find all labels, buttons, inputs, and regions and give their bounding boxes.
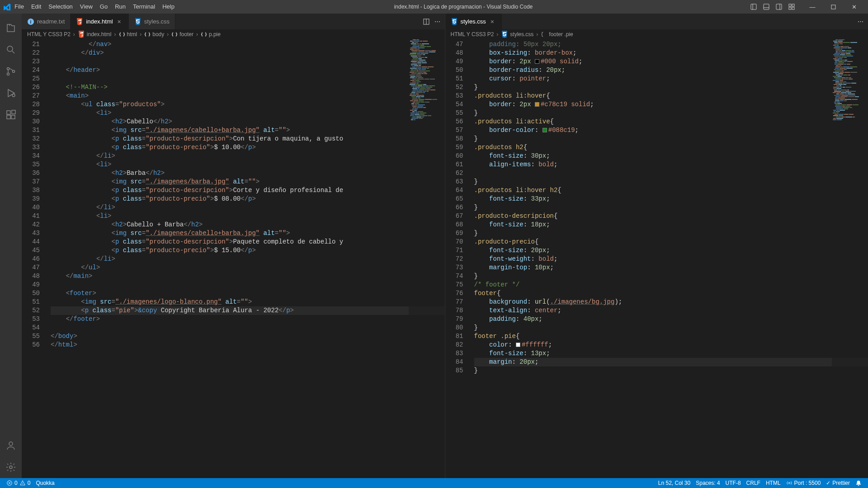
- breadcrumb-item[interactable]: footer: [171, 31, 193, 38]
- close-icon[interactable]: ×: [116, 18, 123, 25]
- file-icon: [76, 18, 83, 25]
- menu-selection[interactable]: Selection: [45, 0, 76, 14]
- tab-index-html[interactable]: index.html×: [71, 14, 128, 29]
- status-liveserver[interactable]: Port : 5500: [783, 478, 824, 488]
- svg-point-31: [788, 482, 790, 484]
- menu-help[interactable]: Help: [159, 0, 178, 14]
- svg-rect-0: [751, 4, 756, 9]
- maximize-button[interactable]: [823, 0, 844, 14]
- breadcrumb-item[interactable]: p.pie: [201, 31, 221, 38]
- customize-layout-icon[interactable]: [787, 2, 797, 12]
- menu-bar: File Edit Selection View Go Run Terminal…: [11, 0, 178, 14]
- status-bar: 0 0 Quokka Ln 52, Col 30 Spaces: 4 UTF-8…: [0, 478, 868, 488]
- breadcrumb-item[interactable]: HTML Y CSS3 P2: [27, 31, 71, 38]
- svg-point-22: [9, 466, 12, 469]
- main-layout: ireadme.txtindex.html×styles.css⋯ HTML Y…: [0, 14, 868, 478]
- menu-view[interactable]: View: [76, 0, 96, 14]
- breadcrumb-item[interactable]: styles.css: [501, 31, 533, 38]
- toggle-panel-right-icon[interactable]: [774, 2, 784, 12]
- more-icon[interactable]: ⋯: [858, 18, 863, 25]
- explorer-icon[interactable]: [0, 17, 22, 39]
- settings-gear-icon[interactable]: [0, 456, 22, 478]
- tab-label: styles.css: [144, 18, 170, 25]
- breadcrumb-item[interactable]: index.html: [78, 31, 112, 38]
- tab-bar-right: styles.css×⋯: [445, 14, 868, 29]
- run-debug-icon[interactable]: [0, 82, 22, 104]
- breadcrumb-item[interactable]: footer .pie: [541, 31, 573, 38]
- window-controls: — ✕: [802, 0, 864, 14]
- status-errors[interactable]: 0 0: [4, 478, 33, 488]
- source-control-icon[interactable]: [0, 61, 22, 82]
- tab-bar-left: ireadme.txtindex.html×styles.css⋯: [22, 14, 445, 29]
- status-prettier[interactable]: ✓Prettier: [823, 478, 853, 488]
- breadcrumb-item[interactable]: HTML Y CSS3 P2: [451, 31, 494, 38]
- close-icon[interactable]: ×: [489, 18, 496, 25]
- svg-point-15: [13, 70, 15, 73]
- search-icon[interactable]: [0, 39, 22, 61]
- title-bar: File Edit Selection View Go Run Terminal…: [0, 0, 868, 14]
- minimap-left[interactable]: [409, 39, 445, 478]
- menu-terminal[interactable]: Terminal: [129, 0, 159, 14]
- breadcrumb-left[interactable]: HTML Y CSS3 P2›index.html›html›body›foot…: [22, 29, 445, 39]
- svg-point-14: [7, 73, 9, 75]
- svg-rect-10: [831, 5, 835, 9]
- tab-label: styles.css: [461, 18, 486, 25]
- toggle-panel-bottom-icon[interactable]: [761, 2, 771, 12]
- svg-rect-9: [792, 7, 794, 9]
- svg-point-11: [7, 46, 13, 52]
- file-icon: [134, 18, 142, 25]
- status-eol[interactable]: CRLF: [744, 478, 763, 488]
- breadcrumb-item[interactable]: html: [119, 31, 137, 38]
- tab-styles-css[interactable]: styles.css: [129, 14, 175, 29]
- svg-rect-8: [789, 7, 791, 9]
- minimap-right[interactable]: [832, 39, 868, 478]
- status-encoding[interactable]: UTF-8: [723, 478, 744, 488]
- accounts-icon[interactable]: [0, 435, 22, 456]
- status-quokka[interactable]: Quokka: [33, 478, 57, 488]
- tab-styles-css[interactable]: styles.css×: [445, 14, 502, 29]
- extensions-icon[interactable]: [0, 104, 22, 126]
- menu-go[interactable]: Go: [96, 0, 111, 14]
- svg-rect-18: [7, 115, 10, 119]
- code-content-left[interactable]: </nav> </div> </header> <!--MAIN--> <mai…: [48, 39, 445, 478]
- status-indent[interactable]: Spaces: 4: [693, 478, 722, 488]
- svg-point-21: [9, 442, 13, 446]
- status-language[interactable]: HTML: [763, 478, 783, 488]
- svg-rect-17: [7, 111, 10, 114]
- breadcrumb-item[interactable]: body: [144, 31, 164, 38]
- gutter-right: 4748495051525354555657585960616263646566…: [445, 39, 472, 478]
- svg-text:i: i: [30, 19, 32, 24]
- toggle-panel-left-icon[interactable]: [749, 2, 759, 12]
- svg-rect-2: [764, 4, 769, 9]
- menu-run[interactable]: Run: [111, 0, 129, 14]
- status-notifications-icon[interactable]: [853, 478, 864, 488]
- svg-rect-4: [776, 4, 782, 9]
- svg-rect-19: [11, 115, 15, 119]
- breadcrumb-right[interactable]: HTML Y CSS3 P2›styles.css›footer .pie: [445, 29, 868, 39]
- editor-pane-left: ireadme.txtindex.html×styles.css⋯ HTML Y…: [22, 14, 445, 478]
- close-button[interactable]: ✕: [844, 0, 864, 14]
- file-icon: i: [27, 18, 34, 25]
- layout-controls: [749, 2, 797, 12]
- svg-rect-7: [792, 4, 794, 6]
- file-icon: [451, 18, 458, 25]
- tab-label: index.html: [86, 18, 113, 25]
- editor-body-right[interactable]: 4748495051525354555657585960616263646566…: [445, 39, 868, 478]
- svg-rect-20: [12, 110, 15, 114]
- editor-pane-right: styles.css×⋯ HTML Y CSS3 P2›styles.css›f…: [445, 14, 868, 478]
- vscode-logo-icon: [4, 3, 11, 10]
- status-cursor-position[interactable]: Ln 52, Col 30: [656, 478, 693, 488]
- tab-label: readme.txt: [37, 18, 65, 25]
- svg-point-13: [7, 68, 9, 70]
- svg-rect-6: [789, 4, 791, 6]
- split-editor-icon[interactable]: [423, 18, 430, 25]
- menu-edit[interactable]: Edit: [28, 0, 45, 14]
- code-content-right[interactable]: padding: 50px 20px; box-sizing: border-b…: [472, 39, 868, 478]
- editor-body-left[interactable]: 2122232425262728293031323334353637383940…: [22, 39, 445, 478]
- svg-point-16: [12, 94, 15, 97]
- window-title: index.html - Logica de programacion - Vi…: [178, 4, 749, 10]
- more-icon[interactable]: ⋯: [434, 18, 440, 25]
- tab-readme-txt[interactable]: ireadme.txt: [22, 14, 71, 29]
- menu-file[interactable]: File: [11, 0, 28, 14]
- minimize-button[interactable]: —: [802, 0, 823, 14]
